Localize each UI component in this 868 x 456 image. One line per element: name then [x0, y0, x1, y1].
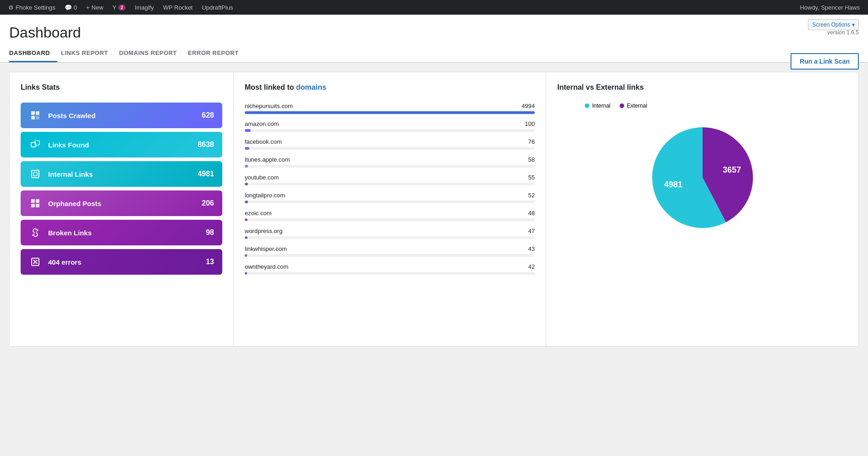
stat-links-found[interactable]: Links Found 8638 — [21, 132, 222, 157]
posts-crawled-label: Posts Crawled — [48, 112, 95, 119]
domain-row[interactable]: linkwhisper.com 43 — [245, 245, 535, 257]
domain-bar-bg — [245, 218, 535, 221]
pie-chart-svg: 36574981 — [643, 118, 762, 237]
domain-row[interactable]: facebook.com 76 — [245, 138, 535, 150]
domain-row[interactable]: longtailpro.com 52 — [245, 192, 535, 203]
domain-bar-fill — [245, 272, 247, 275]
internal-links-icon — [29, 168, 42, 180]
links-found-icon — [29, 138, 42, 151]
adminbar-yoast[interactable]: Y 2 — [109, 0, 129, 15]
domain-bar-bg — [245, 201, 535, 203]
domain-bar-fill — [245, 218, 247, 221]
adminbar-updraftplus[interactable]: UpdraftPlus — [198, 0, 236, 15]
chevron-down-icon: ▾ — [852, 22, 855, 28]
404-errors-label: 404 errors — [48, 258, 82, 266]
orphaned-posts-value: 206 — [202, 199, 214, 207]
legend-external: External — [620, 103, 647, 109]
domain-name: linkwhisper.com — [245, 245, 287, 252]
adminbar-imagify[interactable]: Imagify — [131, 0, 158, 15]
domain-row[interactable]: ezoic.com 48 — [245, 210, 535, 221]
stat-broken-links[interactable]: Broken Links 98 — [21, 220, 222, 245]
links-found-value: 8638 — [198, 141, 214, 149]
plus-icon: + — [86, 4, 90, 11]
domain-name: owntheyard.com — [245, 263, 288, 270]
page-header: Dashboard Screen Options ▾ version 1.6.5… — [0, 15, 868, 63]
content-area: Links Stats Posts Crawled — [0, 63, 868, 356]
svg-rect-9 — [36, 199, 39, 203]
svg-rect-3 — [36, 116, 39, 119]
404-errors-value: 13 — [206, 258, 214, 266]
adminbar-wp-rocket[interactable]: WP Rocket — [159, 0, 197, 15]
domain-bar-bg — [245, 129, 535, 132]
legend-external-dot — [620, 103, 624, 108]
page-title: Dashboard — [9, 24, 81, 41]
tab-error-report[interactable]: ERROR REPORT — [188, 46, 246, 62]
adminbar-howdy[interactable]: Howdy, Spencer Haws — [796, 0, 863, 15]
domain-name: amazon.com — [245, 120, 279, 127]
domain-bar-bg — [245, 254, 535, 257]
domain-row[interactable]: owntheyard.com 42 — [245, 263, 535, 275]
domains-link[interactable]: domains — [296, 83, 326, 91]
domain-name: nichepursuits.com — [245, 103, 293, 109]
adminbar-site-name[interactable]: ⚙ Fhoke Settings — [5, 0, 59, 15]
svg-rect-8 — [31, 199, 35, 203]
adminbar-new[interactable]: + New — [82, 0, 107, 15]
domain-name: longtailpro.com — [245, 192, 285, 199]
domain-bar-bg — [245, 183, 535, 185]
svg-rect-6 — [32, 170, 39, 178]
domain-name: wordpress.org — [245, 228, 282, 234]
domain-bar-bg — [245, 147, 535, 150]
stat-posts-crawled[interactable]: Posts Crawled 628 — [21, 103, 222, 128]
tabs-bar: DASHBOARD LINKS REPORT DOMAINS REPORT ER… — [9, 46, 859, 62]
stat-internal-links[interactable]: Internal Links 4981 — [21, 161, 222, 187]
legend-internal: Internal — [585, 103, 610, 109]
pie-chart-title: Internal vs External links — [557, 83, 847, 92]
tab-domains-report[interactable]: DOMAINS REPORT — [119, 46, 184, 62]
pie-svg-wrap: 36574981 — [643, 118, 762, 237]
domain-row[interactable]: nichepursuits.com 4994 — [245, 103, 535, 114]
pie-chart-card: Internal vs External links Internal Exte… — [546, 72, 859, 347]
domain-row[interactable]: itunes.apple.com 58 — [245, 156, 535, 168]
main-grid: Links Stats Posts Crawled — [9, 72, 859, 347]
pie-container: Internal External 36574981 — [557, 103, 847, 237]
internal-links-label: Internal Links — [48, 170, 93, 178]
domain-row[interactable]: amazon.com 100 — [245, 120, 535, 132]
svg-rect-7 — [33, 172, 37, 176]
domain-bar-fill — [245, 236, 247, 239]
domain-bar-fill — [245, 147, 249, 150]
tab-links-report[interactable]: LINKS REPORT — [61, 46, 115, 62]
posts-crawled-value: 628 — [202, 111, 214, 119]
internal-links-value: 4981 — [198, 170, 214, 178]
broken-links-value: 98 — [206, 228, 214, 237]
stat-orphaned-posts[interactable]: Orphaned Posts 206 — [21, 190, 222, 216]
legend-internal-label: Internal — [592, 103, 610, 109]
yoast-icon: Y — [113, 4, 117, 11]
stat-404-errors[interactable]: 404 errors 13 — [21, 249, 222, 275]
domain-row[interactable]: wordpress.org 47 — [245, 228, 535, 239]
domain-count: 43 — [528, 245, 535, 252]
domain-bar-bg — [245, 111, 535, 114]
domain-name: itunes.apple.com — [245, 156, 290, 163]
posts-crawled-icon — [29, 109, 42, 122]
screen-options-button[interactable]: Screen Options ▾ — [808, 19, 859, 30]
pie-legend: Internal External — [585, 103, 647, 109]
run-link-scan-button[interactable]: Run a Link Scan — [791, 53, 859, 70]
broken-links-icon — [29, 226, 42, 239]
domain-row[interactable]: youtube.com 55 — [245, 174, 535, 185]
svg-rect-1 — [36, 111, 39, 115]
domain-bar-bg — [245, 165, 535, 168]
domain-bar-fill — [245, 165, 248, 168]
broken-links-label: Broken Links — [48, 229, 92, 237]
orphaned-posts-label: Orphaned Posts — [48, 200, 101, 207]
links-stats-title: Links Stats — [21, 83, 222, 92]
domain-bar-fill — [245, 129, 251, 132]
svg-rect-0 — [31, 111, 35, 115]
admin-bar: ⚙ Fhoke Settings 💬 0 + New Y 2 Imagify W… — [0, 0, 868, 15]
domain-bar-fill — [245, 201, 248, 203]
legend-internal-dot — [585, 103, 589, 108]
tab-dashboard[interactable]: DASHBOARD — [9, 46, 57, 62]
adminbar-comments[interactable]: 💬 0 — [61, 0, 81, 15]
svg-rect-11 — [36, 204, 39, 207]
domain-name: youtube.com — [245, 174, 279, 181]
domain-count: 58 — [528, 156, 535, 163]
